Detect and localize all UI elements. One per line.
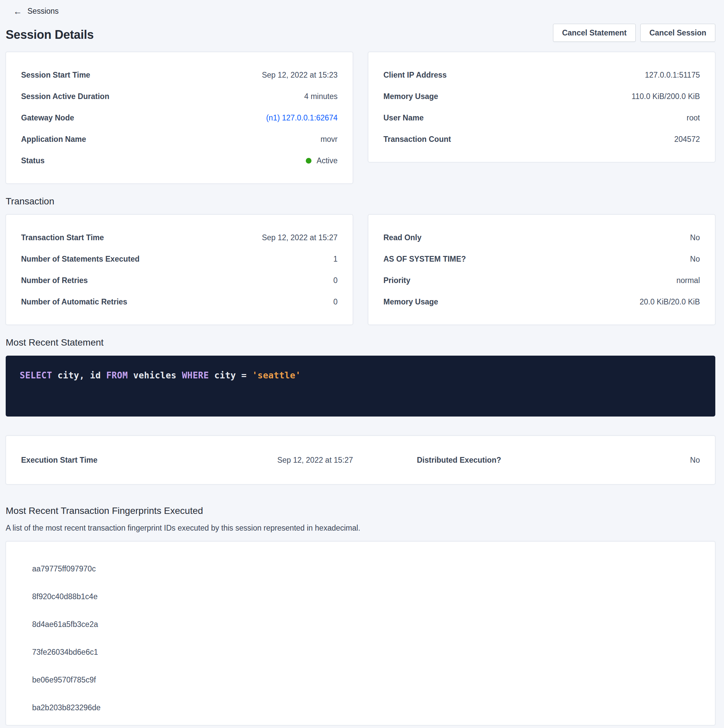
transaction-section-heading: Transaction (6, 196, 715, 207)
cancel-session-button[interactable]: Cancel Session (640, 24, 715, 42)
client-ip-label: Client IP Address (383, 70, 447, 80)
transaction-memory-usage-value: 20.0 KiB/20.0 KiB (640, 297, 700, 306)
automatic-retries-row: Number of Automatic Retries 0 (21, 291, 338, 312)
fingerprint-item: 8d4ae61a5fb3ce2a (21, 610, 700, 638)
fingerprint-item: be06e9570f785c9f (21, 666, 700, 694)
user-name-label: User Name (383, 113, 424, 122)
session-details-page: ← Sessions Session Details Cancel Statem… (0, 0, 724, 725)
transaction-count-value: 204572 (674, 135, 700, 144)
fingerprint-list: aa79775ff097970c8f920c40d88b1c4e8d4ae61a… (21, 555, 700, 722)
session-memory-usage-label: Memory Usage (383, 92, 438, 101)
transaction-count-label: Transaction Count (383, 135, 451, 144)
as-of-system-time-label: AS OF SYSTEM TIME? (383, 255, 466, 264)
statements-executed-label: Number of Statements Executed (21, 255, 139, 264)
gateway-node-row: Gateway Node (n1) 127.0.0.1:62674 (21, 107, 338, 128)
title-row: Session Details Cancel Statement Cancel … (6, 24, 715, 42)
transaction-memory-usage-row: Memory Usage 20.0 KiB/20.0 KiB (383, 291, 700, 312)
transaction-start-time-label: Transaction Start Time (21, 233, 104, 242)
session-start-time-value: Sep 12, 2022 at 15:23 (262, 70, 338, 80)
statements-executed-value: 1 (333, 255, 338, 264)
priority-label: Priority (383, 276, 410, 285)
transaction-memory-usage-label: Memory Usage (383, 297, 438, 306)
gateway-node-label: Gateway Node (21, 113, 74, 122)
transaction-card-right: Read Only No AS OF SYSTEM TIME? No Prior… (368, 214, 715, 325)
status-value-wrap: Active (306, 156, 338, 165)
session-summary-card-right: Client IP Address 127.0.0.1:51175 Memory… (368, 52, 715, 162)
user-name-value: root (687, 113, 700, 122)
execution-start-time-label: Execution Start Time (21, 456, 97, 465)
distributed-execution-row: Distributed Execution? No (368, 449, 700, 471)
arrow-left-icon: ← (14, 7, 22, 16)
back-to-sessions-link[interactable]: ← Sessions (14, 7, 58, 16)
session-active-duration-value: 4 minutes (304, 92, 338, 101)
sql-statement: SELECT city, id FROM vehicles WHERE city… (6, 356, 715, 416)
page-title: Session Details (6, 28, 94, 42)
sql-token-plain: city = (209, 370, 252, 381)
client-ip-value: 127.0.0.1:51175 (645, 70, 700, 80)
sql-token-plain: vehicles (128, 370, 182, 381)
status-label: Status (21, 156, 44, 165)
fingerprint-item: 73fe26034bd6e6c1 (21, 638, 700, 666)
application-name-row: Application Name movr (21, 128, 338, 150)
transaction-count-row: Transaction Count 204572 (383, 128, 700, 150)
statements-executed-row: Number of Statements Executed 1 (21, 248, 338, 270)
sql-token-plain: city, id (52, 370, 106, 381)
read-only-label: Read Only (383, 233, 422, 242)
distributed-execution-label: Distributed Execution? (417, 456, 501, 465)
session-summary-grid: Session Start Time Sep 12, 2022 at 15:23… (6, 52, 715, 184)
read-only-row: Read Only No (383, 227, 700, 248)
fingerprints-subtitle: A list of the most recent transaction fi… (6, 523, 715, 532)
session-active-duration-row: Session Active Duration 4 minutes (21, 86, 338, 107)
fingerprint-item: 8f920c40d88b1c4e (21, 583, 700, 610)
status-value: Active (317, 156, 338, 165)
fingerprint-item: aa79775ff097970c (21, 555, 700, 583)
back-link-label: Sessions (28, 7, 58, 16)
status-row: Status Active (21, 150, 338, 171)
action-buttons: Cancel Statement Cancel Session (553, 24, 715, 42)
transaction-card-left: Transaction Start Time Sep 12, 2022 at 1… (6, 214, 353, 325)
as-of-system-time-value: No (690, 255, 700, 264)
sql-token-str: 'seattle' (252, 370, 301, 381)
sql-token-kw: SELECT (20, 370, 52, 381)
transaction-start-time-row: Transaction Start Time Sep 12, 2022 at 1… (21, 227, 338, 248)
transaction-grid: Transaction Start Time Sep 12, 2022 at 1… (6, 214, 715, 325)
session-memory-usage-value: 110.0 KiB/200.0 KiB (632, 92, 700, 101)
retries-label: Number of Retries (21, 276, 88, 285)
gateway-node-link[interactable]: (n1) 127.0.0.1:62674 (266, 113, 338, 122)
session-summary-card-left: Session Start Time Sep 12, 2022 at 15:23… (6, 52, 353, 184)
most-recent-statement-heading: Most Recent Statement (6, 337, 715, 348)
user-name-row: User Name root (383, 107, 700, 128)
fingerprints-section-heading: Most Recent Transaction Fingerprints Exe… (6, 505, 715, 517)
execution-card: Execution Start Time Sep 12, 2022 at 15:… (6, 436, 715, 485)
read-only-value: No (690, 233, 700, 242)
transaction-start-time-value: Sep 12, 2022 at 15:27 (262, 233, 338, 242)
session-start-time-row: Session Start Time Sep 12, 2022 at 15:23 (21, 64, 338, 86)
session-start-time-label: Session Start Time (21, 70, 90, 80)
application-name-value: movr (320, 135, 338, 144)
automatic-retries-value: 0 (333, 297, 338, 306)
retries-value: 0 (333, 276, 338, 285)
status-active-dot-icon (306, 158, 311, 164)
client-ip-row: Client IP Address 127.0.0.1:51175 (383, 64, 700, 86)
application-name-label: Application Name (21, 135, 86, 144)
sql-token-kw: WHERE (182, 370, 209, 381)
priority-row: Priority normal (383, 270, 700, 291)
distributed-execution-value: No (690, 456, 700, 465)
priority-value: normal (677, 276, 700, 285)
session-memory-usage-row: Memory Usage 110.0 KiB/200.0 KiB (383, 86, 700, 107)
fingerprints-card: aa79775ff097970c8f920c40d88b1c4e8d4ae61a… (6, 541, 715, 725)
session-active-duration-label: Session Active Duration (21, 92, 109, 101)
execution-start-time-row: Execution Start Time Sep 12, 2022 at 15:… (21, 449, 353, 471)
sql-token-kw: FROM (106, 370, 128, 381)
fingerprint-item: ba2b203b823296de (21, 694, 700, 722)
automatic-retries-label: Number of Automatic Retries (21, 297, 127, 306)
retries-row: Number of Retries 0 (21, 270, 338, 291)
as-of-system-time-row: AS OF SYSTEM TIME? No (383, 248, 700, 270)
cancel-statement-button[interactable]: Cancel Statement (553, 24, 636, 42)
execution-start-time-value: Sep 12, 2022 at 15:27 (277, 456, 353, 465)
